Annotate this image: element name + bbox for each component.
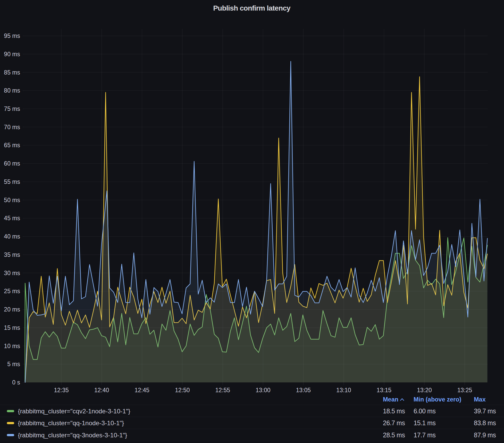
svg-text:12:45: 12:45 bbox=[135, 387, 149, 393]
svg-text:28.5 ms: 28.5 ms bbox=[383, 431, 405, 439]
svg-text:6.00 ms: 6.00 ms bbox=[414, 407, 435, 415]
svg-text:13:25: 13:25 bbox=[457, 387, 472, 393]
svg-text:75 ms: 75 ms bbox=[4, 105, 20, 112]
svg-text:30 ms: 30 ms bbox=[4, 270, 20, 276]
svg-text:15.1 ms: 15.1 ms bbox=[414, 419, 435, 426]
svg-text:60 ms: 60 ms bbox=[4, 160, 20, 167]
svg-text:18.5 ms: 18.5 ms bbox=[383, 407, 405, 415]
svg-text:40 ms: 40 ms bbox=[4, 233, 20, 240]
svg-text:12:35: 12:35 bbox=[54, 387, 69, 393]
svg-text:12:50: 12:50 bbox=[175, 387, 190, 393]
svg-text:65 ms: 65 ms bbox=[4, 142, 20, 149]
svg-text:0 s: 0 s bbox=[12, 379, 20, 386]
svg-text:5 ms: 5 ms bbox=[7, 361, 20, 367]
svg-text:{rabbitmq_cluster="qq-1node-3-: {rabbitmq_cluster="qq-1node-3-10-1"} bbox=[18, 420, 124, 426]
svg-text:13:10: 13:10 bbox=[336, 387, 351, 393]
svg-text:50 ms: 50 ms bbox=[4, 197, 20, 203]
svg-text:13:00: 13:00 bbox=[256, 387, 271, 393]
svg-text:87.9 ms: 87.9 ms bbox=[474, 431, 496, 439]
svg-text:15 ms: 15 ms bbox=[4, 324, 20, 331]
svg-text:80 ms: 80 ms bbox=[4, 87, 20, 94]
svg-text:13:05: 13:05 bbox=[296, 387, 311, 393]
svg-text:95 ms: 95 ms bbox=[4, 32, 20, 39]
svg-text:{rabbitmq_cluster="qq-3nodes-3: {rabbitmq_cluster="qq-3nodes-3-10-1"} bbox=[18, 432, 127, 439]
svg-text:{rabbitmq_cluster="cqv2-1node-: {rabbitmq_cluster="cqv2-1node-3-10-1"} bbox=[18, 408, 130, 415]
svg-text:12:40: 12:40 bbox=[94, 387, 109, 393]
svg-text:13:20: 13:20 bbox=[417, 387, 432, 393]
svg-text:Publish confirm latency: Publish confirm latency bbox=[213, 4, 291, 12]
svg-text:26.7 ms: 26.7 ms bbox=[383, 419, 405, 426]
svg-text:83.8 ms: 83.8 ms bbox=[474, 419, 496, 426]
svg-text:35 ms: 35 ms bbox=[4, 251, 20, 258]
svg-text:Max: Max bbox=[474, 396, 486, 403]
svg-text:55 ms: 55 ms bbox=[4, 178, 20, 185]
svg-text:10 ms: 10 ms bbox=[4, 343, 20, 349]
svg-text:70 ms: 70 ms bbox=[4, 124, 20, 130]
svg-text:12:55: 12:55 bbox=[215, 387, 230, 393]
svg-text:20 ms: 20 ms bbox=[4, 306, 20, 313]
svg-text:25 ms: 25 ms bbox=[4, 288, 20, 294]
svg-text:85 ms: 85 ms bbox=[4, 69, 20, 76]
svg-text:39.7 ms: 39.7 ms bbox=[474, 407, 496, 415]
svg-text:45 ms: 45 ms bbox=[4, 215, 20, 222]
svg-text:90 ms: 90 ms bbox=[4, 51, 20, 58]
svg-text:17.7 ms: 17.7 ms bbox=[414, 431, 435, 439]
svg-text:Mean: Mean bbox=[383, 396, 398, 403]
svg-text:13:15: 13:15 bbox=[377, 387, 392, 393]
svg-text:Min (above zero): Min (above zero) bbox=[414, 396, 461, 403]
